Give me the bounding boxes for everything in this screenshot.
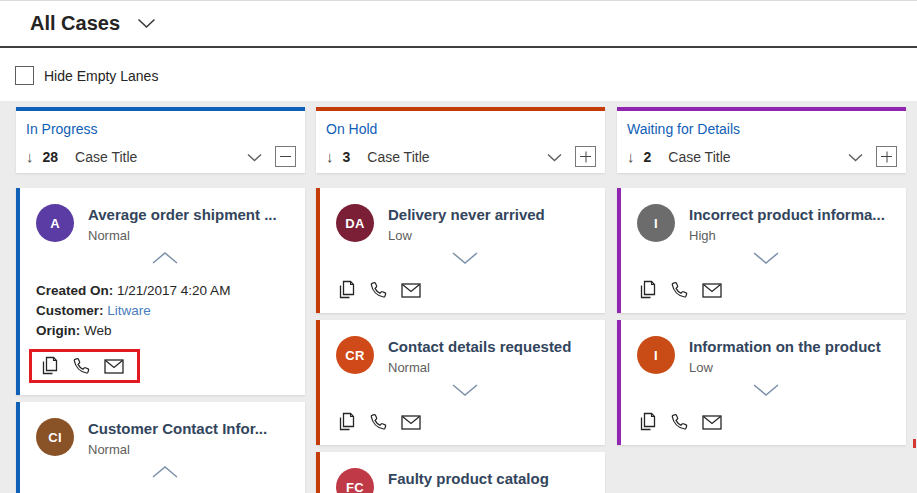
sort-field-label: Case Title [75, 149, 137, 165]
expand-card-button[interactable] [336, 251, 593, 265]
lane-header: In Progress ↓ 28 Case Title [16, 107, 305, 173]
card-detail-row: Customer: Litware [36, 301, 293, 321]
detail-value: Web [84, 323, 112, 338]
mail-icon[interactable] [401, 283, 421, 298]
phone-icon[interactable] [368, 280, 388, 300]
plus-icon-vertical [585, 151, 586, 162]
chevron-down-icon [452, 383, 478, 397]
card-title: Faulty product catalog [388, 470, 549, 487]
chevron-down-icon [452, 251, 478, 265]
lane-sort-select[interactable]: Case Title [668, 149, 863, 165]
card-header: I Incorrect product informa... High [637, 204, 894, 243]
copy-icon[interactable] [637, 412, 656, 432]
sort-field-label: Case Title [367, 149, 429, 165]
chevron-down-icon [848, 151, 863, 162]
view-selector-bar: All Cases [0, 1, 917, 48]
phone-icon[interactable] [669, 412, 689, 432]
collapse-card-button[interactable] [36, 465, 293, 479]
card-quick-actions [336, 411, 593, 433]
mail-icon[interactable] [702, 415, 722, 430]
lane-title: Waiting for Details [627, 121, 897, 137]
card-header: I Information on the product Low [637, 336, 894, 375]
expand-card-button[interactable] [637, 251, 894, 265]
card-meta: Average order shipment ... Normal [88, 204, 277, 243]
card-meta: Customer Contact Infor... Normal [88, 418, 267, 457]
case-card[interactable]: CR Contact details requested Normal [316, 320, 605, 445]
lane-sort-select[interactable]: Case Title [75, 149, 262, 165]
detail-value: 1/21/2017 4:20 AM [117, 283, 230, 298]
lane-count: 28 [43, 149, 59, 165]
card-title: Delivery never arrived [388, 206, 545, 223]
card-title: Contact details requested [388, 338, 571, 355]
lane-count: 3 [343, 149, 351, 165]
lane-waiting-for-details: Waiting for Details ↓ 2 Case Title I Inc… [617, 107, 906, 452]
avatar: I [637, 336, 675, 374]
kanban-board-app: All Cases Hide Empty Lanes In Progress ↓… [0, 0, 917, 493]
card-header: CI Customer Contact Infor... Normal [36, 418, 293, 457]
copy-icon[interactable] [39, 356, 58, 376]
lane-sort-select[interactable]: Case Title [367, 149, 562, 165]
chevron-down-icon [753, 383, 779, 397]
lane-controls: ↓ 2 Case Title [627, 146, 897, 167]
case-card[interactable]: A Average order shipment ... Normal Crea… [16, 188, 305, 395]
card-header: CR Contact details requested Normal [336, 336, 593, 375]
collapse-card-button[interactable] [36, 251, 293, 265]
expand-card-button[interactable] [336, 383, 593, 397]
sort-direction-icon[interactable]: ↓ [26, 149, 34, 164]
card-title: Customer Contact Infor... [88, 420, 267, 437]
avatar: CR [336, 336, 374, 374]
case-card[interactable]: FC Faulty product catalog Normal [316, 452, 605, 493]
expand-card-button[interactable] [637, 383, 894, 397]
card-header: DA Delivery never arrived Low [336, 204, 593, 243]
view-selector-button[interactable] [137, 18, 156, 29]
chevron-up-icon [152, 251, 178, 265]
collapse-lane-button[interactable] [275, 146, 296, 167]
sort-direction-icon[interactable]: ↓ [326, 149, 334, 164]
card-header: A Average order shipment ... Normal [36, 204, 293, 243]
phone-icon[interactable] [71, 356, 91, 376]
card-quick-actions [637, 279, 894, 301]
card-meta: Contact details requested Normal [388, 336, 571, 375]
add-card-button[interactable] [876, 146, 897, 167]
kanban-lanes-area: In Progress ↓ 28 Case Title A Average or… [0, 101, 917, 493]
case-card[interactable]: I Incorrect product informa... High [617, 188, 906, 313]
copy-icon[interactable] [336, 412, 355, 432]
plus-icon-vertical [886, 151, 887, 162]
phone-icon[interactable] [669, 280, 689, 300]
minus-icon [280, 156, 291, 157]
copy-icon[interactable] [637, 280, 656, 300]
hide-empty-lanes-checkbox[interactable] [15, 66, 34, 85]
card-details: Created On: 1/21/2017 4:20 AMCustomer: L… [36, 281, 293, 341]
lane-title: In Progress [26, 121, 296, 137]
lane-in-progress: In Progress ↓ 28 Case Title A Average or… [16, 107, 305, 493]
case-card[interactable]: I Information on the product Low [617, 320, 906, 445]
detail-label: Created On: [36, 283, 113, 298]
chevron-down-icon [547, 151, 562, 162]
lane-controls: ↓ 3 Case Title [326, 146, 596, 167]
sort-direction-icon[interactable]: ↓ [627, 149, 635, 164]
card-meta: Faulty product catalog Normal [388, 468, 549, 493]
card-priority: Low [689, 360, 881, 375]
mail-icon[interactable] [104, 359, 124, 374]
chevron-up-icon [152, 465, 178, 479]
add-card-button[interactable] [575, 146, 596, 167]
mail-icon[interactable] [401, 415, 421, 430]
card-header: FC Faulty product catalog Normal [336, 468, 593, 493]
card-meta: Information on the product Low [689, 336, 881, 375]
lane-header: Waiting for Details ↓ 2 Case Title [617, 107, 906, 173]
view-title: All Cases [30, 12, 120, 35]
case-card[interactable]: DA Delivery never arrived Low [316, 188, 605, 313]
copy-icon[interactable] [336, 280, 355, 300]
mail-icon[interactable] [702, 283, 722, 298]
phone-icon[interactable] [368, 412, 388, 432]
chevron-down-icon [247, 151, 262, 162]
customer-link[interactable]: Litware [107, 303, 151, 318]
lane-header: On Hold ↓ 3 Case Title [316, 107, 605, 173]
case-card[interactable]: CI Customer Contact Infor... Normal [16, 402, 305, 493]
red-marker [913, 439, 916, 448]
sort-field-label: Case Title [668, 149, 730, 165]
red-highlight-box [29, 349, 140, 383]
lane-cards: I Incorrect product informa... High I In… [617, 188, 906, 445]
card-quick-actions [336, 279, 593, 301]
lane-count: 2 [644, 149, 652, 165]
